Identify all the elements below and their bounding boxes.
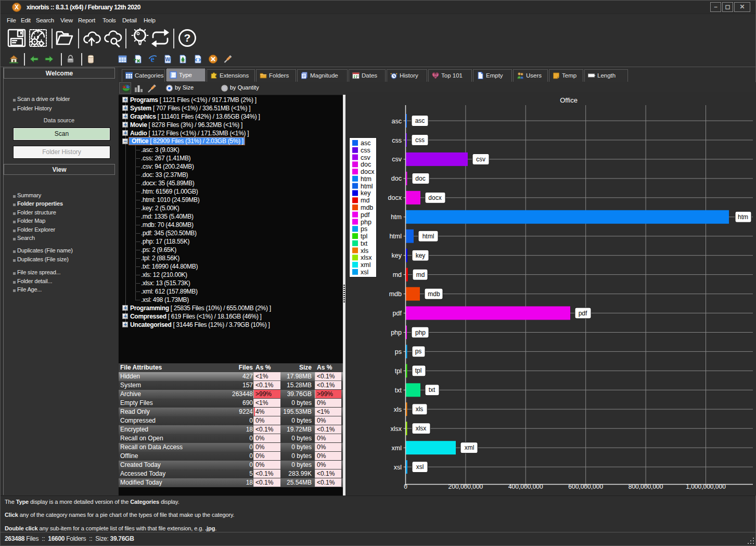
svg-text:tpl: tpl: [395, 367, 402, 375]
svg-text:400,000,000: 400,000,000: [508, 483, 543, 490]
svg-text:pdf: pdf: [361, 211, 370, 219]
svg-text:W: W: [165, 57, 171, 62]
svg-text:html: html: [389, 233, 402, 240]
svg-text:xlsx: xlsx: [416, 425, 427, 432]
svg-text:css: css: [392, 137, 402, 144]
svg-text:800,000,000: 800,000,000: [629, 483, 663, 490]
svg-text:htm: htm: [391, 213, 402, 221]
svg-text:htm: htm: [738, 213, 748, 221]
svg-text:csv: csv: [392, 156, 402, 163]
svg-text:php: php: [361, 219, 371, 226]
svg-text:101: 101: [433, 75, 438, 78]
svg-text:txt: txt: [395, 387, 402, 394]
svg-text:docx: docx: [361, 168, 375, 175]
svg-text:asc: asc: [415, 117, 425, 124]
svg-text:md: md: [393, 271, 402, 278]
svg-text:php: php: [391, 329, 402, 336]
svg-text:htm: htm: [361, 175, 371, 183]
svg-text:xls: xls: [416, 405, 424, 413]
svg-text:xlsx: xlsx: [390, 425, 402, 433]
svg-text:txt: txt: [361, 240, 368, 247]
svg-text:xsl: xsl: [416, 463, 424, 471]
svg-text:html: html: [361, 183, 373, 190]
svg-text:mdb: mdb: [428, 290, 440, 298]
svg-text:key: key: [392, 252, 402, 259]
svg-text:mdb: mdb: [389, 290, 402, 298]
svg-text:tpl: tpl: [361, 233, 367, 240]
svg-text:1,000,000,000: 1,000,000,000: [686, 483, 726, 490]
svg-text:asc: asc: [361, 139, 370, 147]
svg-text:xlsx: xlsx: [361, 254, 372, 261]
svg-text:xml: xml: [465, 444, 475, 451]
svg-text:pdf: pdf: [393, 310, 402, 317]
svg-text:md: md: [416, 271, 425, 278]
svg-text:doc: doc: [391, 175, 402, 182]
svg-text:xsl: xsl: [361, 269, 368, 276]
svg-text:ps: ps: [415, 348, 422, 355]
svg-text:doc: doc: [361, 161, 371, 168]
svg-text:0: 0: [404, 483, 407, 490]
svg-text:tpl: tpl: [415, 367, 422, 374]
svg-text:docx: docx: [388, 194, 402, 201]
svg-text:docx: docx: [428, 194, 441, 201]
svg-text:txt: txt: [429, 386, 435, 393]
svg-text:csv: csv: [361, 154, 371, 161]
svg-text:xls: xls: [394, 406, 402, 413]
svg-text:xsl: xsl: [394, 464, 402, 471]
svg-text:csv: csv: [476, 156, 485, 163]
svg-text:key: key: [361, 189, 371, 197]
svg-text:key: key: [416, 252, 426, 259]
svg-text:php: php: [415, 329, 426, 336]
svg-text:xml: xml: [361, 261, 370, 269]
svg-text:xls: xls: [361, 247, 368, 255]
svg-text:pdf: pdf: [579, 310, 587, 317]
svg-text:asc: asc: [392, 118, 402, 125]
svg-text:X: X: [15, 4, 19, 11]
svg-text:200,000,000: 200,000,000: [449, 483, 483, 490]
svg-text:ps: ps: [361, 225, 367, 233]
svg-text:css: css: [361, 147, 370, 154]
svg-text:ps: ps: [395, 348, 402, 355]
svg-text:md: md: [361, 197, 369, 204]
svg-text:600,000,000: 600,000,000: [568, 483, 603, 490]
svg-text:xml: xml: [392, 445, 402, 452]
svg-text:?: ?: [184, 32, 191, 44]
svg-text:mdb: mdb: [361, 204, 373, 211]
svg-text:Office: Office: [560, 96, 578, 104]
svg-text:css: css: [415, 136, 425, 144]
svg-text:doc: doc: [415, 175, 425, 182]
svg-text:html: html: [422, 233, 434, 240]
